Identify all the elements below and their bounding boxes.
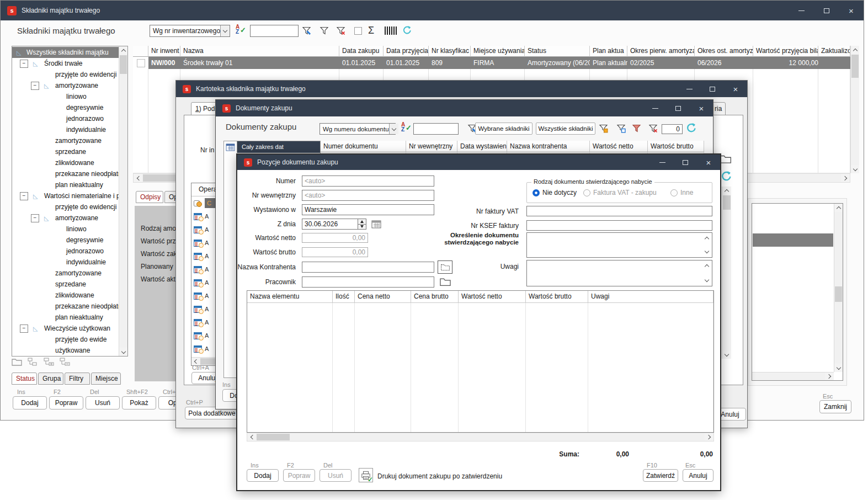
kontrahent-picker-button[interactable] xyxy=(438,260,452,274)
tree-item[interactable]: sprzedane xyxy=(12,146,119,157)
action-button[interactable]: Dodaj xyxy=(13,396,47,409)
column-header[interactable]: Plan aktua xyxy=(590,46,627,57)
action-button[interactable]: Popraw xyxy=(49,396,83,409)
column-header[interactable]: Status xyxy=(525,46,590,57)
filter-clear-icon[interactable] xyxy=(336,26,345,35)
scroll-down-icon[interactable] xyxy=(119,348,127,356)
pracownik-field[interactable] xyxy=(302,276,434,288)
zatwierdz-button[interactable]: Zatwierdź xyxy=(643,469,678,482)
usun-button[interactable]: Usuń xyxy=(319,469,352,482)
scroll-right-icon[interactable] xyxy=(705,433,713,441)
pracownik-picker-button[interactable] xyxy=(439,277,451,289)
selected-list-row[interactable] xyxy=(753,233,833,247)
tree-item[interactable]: Wszystkie składniki majątku xyxy=(12,47,119,58)
tree-item[interactable]: zamortyzowane xyxy=(12,135,119,146)
refresh-icon[interactable] xyxy=(402,25,412,35)
tree-item[interactable]: degresywnie xyxy=(12,235,119,246)
filter-clear-icon[interactable] xyxy=(648,124,658,133)
close-window-button[interactable]: Zamknij xyxy=(819,400,851,413)
asset-table-vscrollbar[interactable] xyxy=(850,46,859,173)
scroll-left-icon[interactable] xyxy=(134,174,142,182)
column-header[interactable]: Uwagi xyxy=(588,291,713,303)
radio-option[interactable]: Inne xyxy=(670,189,704,196)
maximize-button[interactable] xyxy=(674,155,697,170)
scroll-down-icon[interactable] xyxy=(705,249,709,253)
anuluj-button[interactable]: Anuluj xyxy=(683,469,713,482)
column-header[interactable]: Zaktualizow xyxy=(818,46,850,57)
column-header[interactable]: Numer dokumentu xyxy=(321,141,406,152)
select-checkbox-icon[interactable] xyxy=(354,27,362,35)
column-header[interactable]: Okres pierw. amortyzac xyxy=(627,46,695,57)
tree-tab[interactable]: Filtry xyxy=(65,373,90,385)
radio-option[interactable]: Nie dotyczy xyxy=(532,189,583,196)
sort-az-icon[interactable]: AZ✓ xyxy=(236,25,246,36)
scrollbar-thumb[interactable] xyxy=(723,195,731,210)
scroll-down-icon[interactable] xyxy=(705,278,709,282)
expand-all-icon[interactable] xyxy=(44,358,54,366)
filter-active-icon[interactable] xyxy=(632,124,641,133)
close-button[interactable]: × xyxy=(724,81,747,97)
scroll-up-icon[interactable] xyxy=(119,46,127,55)
column-header[interactable]: Wartość netto xyxy=(459,291,526,303)
column-header[interactable]: Wartość brutto xyxy=(526,291,588,303)
tree-item[interactable]: indywidualnie xyxy=(12,124,119,135)
print-toggle[interactable]: ✓ xyxy=(359,468,373,482)
tree-item[interactable]: liniowo xyxy=(12,224,119,235)
calendar-button[interactable] xyxy=(224,141,237,153)
close-button[interactable]: × xyxy=(690,100,713,116)
column-header[interactable]: Ilość xyxy=(333,291,355,303)
column-header[interactable]: Wartość netto xyxy=(590,141,648,152)
tree-item[interactable]: przyjęte do ewide xyxy=(12,334,119,345)
nr-faktury-vat-field[interactable] xyxy=(526,206,712,216)
column-header[interactable]: Wartość brutto xyxy=(648,141,704,152)
filter-edit-icon[interactable] xyxy=(302,26,311,35)
tree-item[interactable]: Wartości niematerialne i praw xyxy=(12,190,119,201)
tree-item[interactable]: amortyzowane xyxy=(12,212,119,224)
tree-item[interactable]: plan nieaktualny xyxy=(12,179,119,190)
tree-item[interactable]: Środki trwałe xyxy=(12,58,119,69)
scroll-up-icon[interactable] xyxy=(851,46,859,54)
column-header[interactable]: Nr inwent xyxy=(148,46,180,57)
tree-tab[interactable]: Grupa xyxy=(38,373,63,385)
tree-item[interactable]: przyjęte do ewidencji xyxy=(12,69,119,80)
folder-icon[interactable] xyxy=(720,154,732,164)
okreslenie-textarea[interactable] xyxy=(526,232,712,258)
tree-item[interactable]: użytkowane xyxy=(12,345,119,356)
column-header[interactable]: Cena netto xyxy=(355,291,411,303)
filter-window-icon[interactable] xyxy=(616,124,626,133)
tree-tab[interactable]: Status xyxy=(12,373,37,385)
kartoteka-vscrollbar[interactable] xyxy=(722,187,731,359)
minimize-button[interactable] xyxy=(678,81,701,97)
minimize-button[interactable] xyxy=(643,100,667,116)
tree-item[interactable]: plan nieaktualny xyxy=(12,312,119,323)
z-dnia-field[interactable] xyxy=(302,219,358,230)
column-header[interactable]: Miejsce używania xyxy=(471,46,525,57)
items-table-hscrollbar[interactable] xyxy=(247,433,714,442)
tree-item[interactable]: zlikwidowane xyxy=(12,157,119,168)
tree-item[interactable]: liniowo xyxy=(12,91,119,102)
scrollbar-thumb[interactable] xyxy=(835,286,842,302)
close-button[interactable]: × xyxy=(697,155,720,170)
right-list-hscrollbar[interactable] xyxy=(752,372,834,380)
numer-field[interactable] xyxy=(302,175,434,187)
tree-item[interactable]: jednorazowo xyxy=(12,246,119,257)
folder-tree-icon[interactable] xyxy=(12,358,22,366)
tree-item[interactable]: amortyzowane xyxy=(12,80,119,91)
detail-tab[interactable]: Odpisy xyxy=(136,191,163,203)
asset-table-row[interactable]: NW/000Środek trwały 0101.01.202501.01.20… xyxy=(133,57,850,69)
tree-item[interactable]: sprzedane xyxy=(12,279,119,290)
scroll-right-icon[interactable] xyxy=(825,373,834,380)
sort-order-select[interactable]: Wg nr inwentarzowego xyxy=(150,25,230,37)
tree-item[interactable]: degresywnie xyxy=(12,102,119,113)
wystawiono-field[interactable] xyxy=(302,204,434,215)
scroll-down-icon[interactable] xyxy=(834,364,843,372)
scroll-up-icon[interactable] xyxy=(722,187,731,195)
scrollbar-thumb[interactable] xyxy=(257,434,290,440)
column-header[interactable]: Nr wewnętrzny xyxy=(406,141,457,152)
dodaj-button[interactable]: Dodaj xyxy=(247,469,279,482)
column-header[interactable]: Data zakupu xyxy=(339,46,384,57)
calendar-button[interactable] xyxy=(371,220,382,231)
column-header[interactable]: Nazwa elementu xyxy=(247,291,333,303)
maximize-button[interactable] xyxy=(667,100,690,116)
scroll-down-icon[interactable] xyxy=(851,165,859,173)
